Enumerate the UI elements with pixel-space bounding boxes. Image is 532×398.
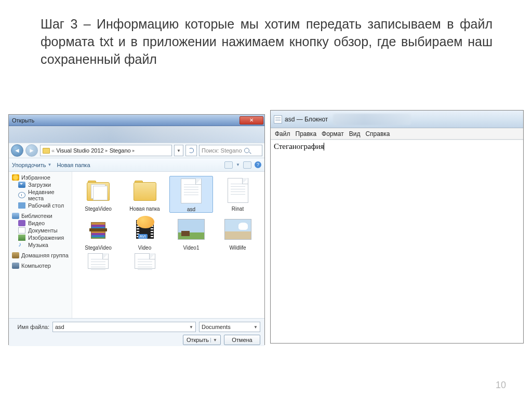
sidebar-item-label: Видео [28, 220, 45, 226]
sidebar-group-libraries[interactable]: Библиотеки [9, 212, 72, 219]
file-label: Rinat [232, 205, 244, 212]
file-item-txt[interactable] [76, 253, 120, 269]
textfile-icon [88, 253, 109, 269]
open-button[interactable]: Открыть ▼ [183, 335, 221, 345]
file-item-txt[interactable] [123, 253, 167, 269]
refresh-icon [189, 148, 194, 153]
sidebar-group-favorites[interactable]: Избранное [9, 174, 72, 181]
nav-back-icon[interactable]: ◄ [11, 144, 23, 157]
sidebar-item-recent[interactable]: Недавние места [9, 188, 72, 202]
file-item-avi[interactable]: AVI Video [123, 215, 167, 251]
file-label: StegaVideo [85, 244, 112, 251]
chevron-down-icon: ▼ [254, 325, 258, 330]
folder-icon [86, 180, 111, 201]
file-label: asd [187, 205, 195, 212]
sidebar-item-downloads[interactable]: Загрузки [9, 181, 72, 188]
file-item-video[interactable]: Wildlife [216, 215, 260, 251]
sidebar-item-homegroup[interactable]: Домашняя группа [9, 252, 72, 259]
open-label: Открыть [187, 337, 209, 343]
film-icon: AVI [134, 217, 156, 242]
menu-help[interactable]: Справка [365, 130, 390, 138]
file-label: StegaVideo [85, 205, 112, 212]
filetype-filter[interactable]: Documents ▼ [199, 322, 260, 332]
file-label: Video [138, 244, 151, 251]
sidebar: Избранное Загрузки Недавние места Рабочи… [9, 172, 72, 318]
file-item-selected[interactable]: asd [169, 176, 213, 213]
libraries-icon [12, 213, 19, 219]
file-label: Wildlife [229, 244, 246, 251]
sidebar-item-label: Документы [28, 227, 58, 234]
chevron-right-icon: ▸ [132, 148, 135, 153]
sidebar-item-computer[interactable]: Компьютер [9, 262, 72, 269]
refresh-button[interactable] [185, 145, 197, 156]
notepad-window: asd — Блокнот Файл Правка Формат Вид Спр… [270, 110, 524, 344]
breadcrumb-part-2[interactable]: Stegano [110, 147, 131, 154]
music-icon: ♪ [18, 242, 25, 248]
file-item-folder[interactable]: StegaVideo [76, 176, 120, 213]
sidebar-item-label: Компьютер [21, 263, 51, 269]
sidebar-head-label: Избранное [21, 174, 50, 181]
cancel-button[interactable]: Отмена [224, 335, 260, 345]
thumbnail-icon [224, 219, 251, 240]
sidebar-item-music[interactable]: ♪Музыка [9, 241, 72, 249]
nav-forward-icon[interactable]: ► [25, 144, 38, 157]
file-item-archive[interactable]: StegaVideo [76, 215, 120, 251]
filename-label: Имя файла: [13, 324, 49, 330]
menu-format[interactable]: Формат [322, 130, 344, 138]
file-label: Video1 [183, 244, 200, 251]
new-folder-button[interactable]: Новая папка [57, 162, 90, 168]
notepad-textarea[interactable]: Стеганография [271, 140, 523, 343]
chevron-right-icon: ▸ [105, 148, 108, 153]
search-input[interactable]: Поиск: Stegano [199, 145, 262, 156]
instruction-text: Шаг 3 – Информацию которые мы хотим пере… [41, 16, 493, 68]
menu-edit[interactable]: Правка [296, 130, 317, 138]
textfile-icon [135, 253, 155, 269]
textfile-icon [181, 179, 202, 203]
breadcrumb[interactable]: « Visual Studio 2012 ▸ Stegano ▸ [40, 145, 172, 156]
chevron-down-icon: ▼ [236, 162, 240, 167]
close-icon[interactable]: ✕ [240, 116, 263, 125]
sidebar-item-label: Домашняя группа [21, 252, 69, 258]
sidebar-item-label: Музыка [28, 242, 48, 248]
notepad-menu: Файл Правка Формат Вид Справка [271, 128, 523, 140]
chevron-down-icon: ▼ [47, 162, 51, 167]
sidebar-item-video[interactable]: Видео [9, 219, 72, 227]
menu-view[interactable]: Вид [349, 130, 361, 138]
download-icon [18, 182, 25, 188]
computer-icon [12, 263, 19, 269]
sidebar-head-label: Библиотеки [21, 213, 52, 219]
filename-input[interactable]: asd ▼ [52, 322, 196, 332]
breadcrumb-leading: « [51, 147, 55, 154]
organise-button[interactable]: Упорядочить ▼ [12, 162, 51, 168]
view-mode-button[interactable] [224, 161, 233, 169]
cancel-label: Отмена [232, 337, 252, 343]
sidebar-item-label: Изображения [28, 235, 64, 241]
history-dropdown[interactable]: ▼ [174, 145, 183, 156]
breadcrumb-part-1[interactable]: Visual Studio 2012 [56, 147, 104, 154]
homegroup-icon [12, 252, 19, 258]
filename-value: asd [55, 324, 64, 330]
folder-icon [43, 148, 50, 154]
chevron-down-icon: ▼ [210, 338, 217, 342]
dialog-title: Открыть [12, 117, 34, 123]
thumbnail-icon [178, 219, 205, 240]
file-area[interactable]: StegaVideo Новая папка asd Rinat St [72, 172, 264, 318]
dialog-bottom: Имя файла: asd ▼ Documents ▼ Открыть ▼ О… [9, 318, 264, 346]
dialog-body: Избранное Загрузки Недавние места Рабочи… [9, 172, 264, 318]
text-caret [324, 143, 324, 150]
file-item-txt[interactable]: Rinat [216, 176, 260, 213]
notepad-title: asd — Блокнот [285, 116, 328, 123]
dialog-glass-strip [9, 126, 264, 143]
sidebar-item-desktop[interactable]: Рабочий стол [9, 202, 72, 209]
search-icon [244, 148, 249, 153]
sidebar-item-documents[interactable]: Документы [9, 227, 72, 234]
menu-file[interactable]: Файл [275, 130, 290, 138]
image-icon [18, 235, 25, 241]
sidebar-item-images[interactable]: Изображения [9, 234, 72, 241]
help-icon[interactable]: ? [255, 161, 261, 168]
filter-value: Documents [202, 324, 231, 330]
star-icon [12, 174, 19, 181]
file-item-folder[interactable]: Новая папка [123, 176, 167, 213]
file-item-video[interactable]: Video1 [169, 215, 213, 251]
preview-pane-button[interactable] [243, 161, 251, 169]
